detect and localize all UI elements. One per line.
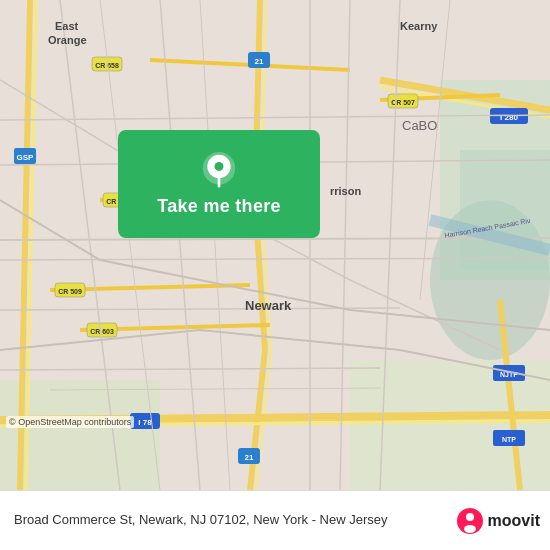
svg-text:I 78: I 78 <box>138 418 152 427</box>
svg-text:CR 658: CR 658 <box>95 62 119 69</box>
svg-text:CR 603: CR 603 <box>90 328 114 335</box>
svg-text:I 280: I 280 <box>500 113 518 122</box>
take-me-there-label: Take me there <box>157 196 281 217</box>
moovit-text: moovit <box>488 512 540 530</box>
svg-text:CR 509: CR 509 <box>58 288 82 295</box>
svg-text:21: 21 <box>255 57 264 66</box>
svg-text:rrison: rrison <box>330 185 361 197</box>
svg-text:NTP: NTP <box>502 436 516 443</box>
address-text: Broad Commerce St, Newark, NJ 07102, New… <box>14 511 456 529</box>
take-me-there-button[interactable]: Take me there <box>118 130 320 238</box>
moovit-icon <box>456 507 484 535</box>
svg-text:CR 507: CR 507 <box>391 99 415 106</box>
svg-text:21: 21 <box>245 453 254 462</box>
svg-point-42 <box>466 513 474 521</box>
svg-text:Kearny: Kearny <box>400 20 438 32</box>
location-pin-icon <box>201 152 237 188</box>
osm-credit: © OpenStreetMap contributors <box>6 416 134 428</box>
svg-text:East: East <box>55 20 79 32</box>
svg-text:CaBO: CaBO <box>402 118 437 133</box>
svg-point-43 <box>464 525 476 533</box>
svg-text:Orange: Orange <box>48 34 87 46</box>
address-line: Broad Commerce St, Newark, NJ 07102, New… <box>14 512 388 527</box>
svg-text:Newark: Newark <box>245 298 292 313</box>
map-container: 21 21 I 280 I 78 NJTP NTP CR 658 CR 508 … <box>0 0 550 490</box>
info-bar: Broad Commerce St, Newark, NJ 07102, New… <box>0 490 550 550</box>
moovit-logo: moovit <box>456 507 540 535</box>
svg-point-39 <box>215 161 224 170</box>
svg-text:GSP: GSP <box>17 153 35 162</box>
